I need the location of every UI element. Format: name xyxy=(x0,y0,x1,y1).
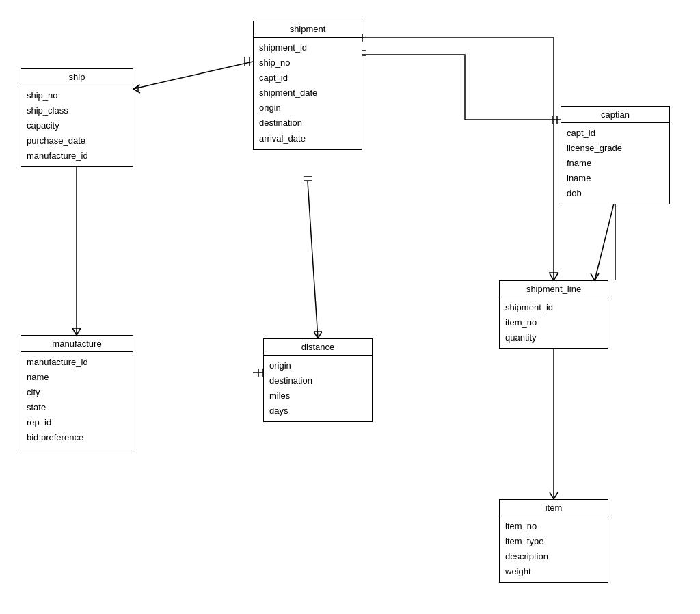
field-distance-miles: miles xyxy=(269,388,366,403)
svg-line-34 xyxy=(550,492,554,499)
erd-diagram: shipment shipment_id ship_no capt_id shi… xyxy=(0,0,700,614)
svg-line-11 xyxy=(72,328,77,335)
field-manufacture-rep_id: rep_id xyxy=(27,415,127,430)
entity-distance: distance origin destination miles days xyxy=(263,338,373,422)
svg-line-30 xyxy=(595,273,599,280)
field-distance-days: days xyxy=(269,403,366,418)
field-captian-lname: lname xyxy=(567,171,664,186)
field-manufacture-city: city xyxy=(27,385,127,400)
entity-shipment-line-title: shipment_line xyxy=(500,281,608,297)
entity-ship-fields: ship_no ship_class capacity purchase_dat… xyxy=(21,85,133,166)
svg-line-17 xyxy=(314,332,318,338)
entity-shipment: shipment shipment_id ship_no capt_id shi… xyxy=(253,21,362,150)
entity-captian-title: captian xyxy=(561,107,669,123)
field-captian-capt_id: capt_id xyxy=(567,126,664,141)
entity-shipment-line: shipment_line shipment_id item_no quanti… xyxy=(499,280,608,349)
entity-ship-title: ship xyxy=(21,69,133,85)
field-ship-purchase_date: purchase_date xyxy=(27,133,127,148)
field-shipment-shipment_id: shipment_id xyxy=(259,40,356,55)
field-manufacture-name: name xyxy=(27,370,127,385)
entity-shipment-fields: shipment_id ship_no capt_id shipment_dat… xyxy=(254,38,362,149)
field-item-weight: weight xyxy=(505,564,602,579)
svg-line-18 xyxy=(318,332,322,338)
svg-line-3 xyxy=(133,85,140,89)
svg-line-12 xyxy=(77,328,81,335)
svg-line-16 xyxy=(308,181,318,338)
field-shipment-capt_id: capt_id xyxy=(259,70,356,85)
entity-captian-fields: capt_id license_grade fname lname dob xyxy=(561,123,669,204)
field-shipment-ship_no: ship_no xyxy=(259,55,356,70)
entity-shipment-title: shipment xyxy=(254,21,362,38)
field-ship-ship_no: ship_no xyxy=(27,88,127,103)
field-distance-destination: destination xyxy=(269,373,366,388)
field-shipment-arrival_date: arrival_date xyxy=(259,131,356,146)
field-item-description: description xyxy=(505,549,602,564)
field-shipment-line-shipment_id: shipment_id xyxy=(505,300,602,315)
field-manufacture-bid_preference: bid preference xyxy=(27,430,127,445)
field-ship-capacity: capacity xyxy=(27,118,127,133)
entity-distance-fields: origin destination miles days xyxy=(264,356,372,421)
field-shipment-line-item_no: item_no xyxy=(505,315,602,330)
field-manufacture-state: state xyxy=(27,400,127,415)
entity-item-title: item xyxy=(500,500,608,516)
field-ship-manufacture_id: manufacture_id xyxy=(27,148,127,163)
entity-ship: ship ship_no ship_class capacity purchas… xyxy=(21,68,133,167)
field-ship-ship_class: ship_class xyxy=(27,103,127,118)
entity-manufacture: manufacture manufacture_id name city sta… xyxy=(21,335,133,449)
svg-line-29 xyxy=(591,273,595,280)
entity-shipment-line-fields: shipment_id item_no quantity xyxy=(500,297,608,348)
svg-line-22 xyxy=(550,273,554,280)
field-captian-fname: fname xyxy=(567,156,664,171)
svg-line-35 xyxy=(554,492,558,499)
field-shipment-shipment_date: shipment_date xyxy=(259,85,356,101)
entity-manufacture-fields: manufacture_id name city state rep_id bi… xyxy=(21,352,133,449)
field-distance-origin: origin xyxy=(269,358,366,373)
svg-line-23 xyxy=(554,273,558,280)
entity-item-fields: item_no item_type description weight xyxy=(500,516,608,582)
field-shipment-destination: destination xyxy=(259,116,356,131)
entity-captian: captian capt_id license_grade fname lnam… xyxy=(561,106,670,204)
field-captian-license_grade: license_grade xyxy=(567,141,664,156)
entity-distance-title: distance xyxy=(264,339,372,356)
field-item-item_type: item_type xyxy=(505,534,602,549)
entity-item: item item_no item_type description weigh… xyxy=(499,499,608,583)
svg-line-4 xyxy=(133,89,140,93)
svg-line-0 xyxy=(133,62,253,89)
field-shipment-origin: origin xyxy=(259,101,356,116)
svg-line-28 xyxy=(595,198,615,280)
field-item-item_no: item_no xyxy=(505,519,602,534)
field-captian-dob: dob xyxy=(567,186,664,201)
field-shipment-line-quantity: quantity xyxy=(505,330,602,345)
field-manufacture-manufacture_id: manufacture_id xyxy=(27,355,127,370)
entity-manufacture-title: manufacture xyxy=(21,336,133,352)
